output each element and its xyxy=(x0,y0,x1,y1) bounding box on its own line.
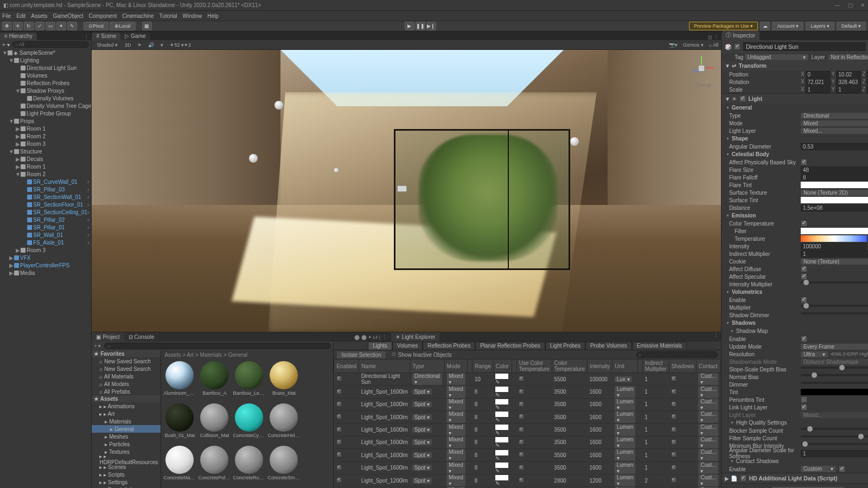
hierarchy-item[interactable]: SR_SectionCeiling_01› xyxy=(0,208,91,216)
table-header[interactable]: Indirect Multiplier xyxy=(642,359,669,373)
light-table-row[interactable]: Light_Spot_1600lmSpot ▾Mixed ▾8✎35001600… xyxy=(334,398,720,410)
hierarchy-item[interactable]: Reflection Probes xyxy=(0,79,91,87)
light-explorer-search[interactable] xyxy=(636,351,718,358)
light-table-row[interactable]: Directional Light SunDirectional ▾Mixed … xyxy=(334,373,720,386)
table-header[interactable]: Unit xyxy=(612,359,638,373)
table-header[interactable]: Range xyxy=(473,359,493,373)
folder-item[interactable]: ⌕ All Materials xyxy=(92,373,161,380)
fx-toggle-icon[interactable]: ▾ xyxy=(159,42,165,48)
show-inactive-toggle[interactable]: Show Inactive Objects xyxy=(391,351,452,358)
hierarchy-item[interactable]: ▶Room 1 xyxy=(0,163,91,170)
layout-dropdown[interactable]: Default ▾ xyxy=(837,22,866,30)
flare-size-field[interactable] xyxy=(801,166,868,174)
volumetrics-mult-slider[interactable] xyxy=(801,305,868,307)
hierarchy-item[interactable]: ▼Lighting xyxy=(0,56,91,64)
hierarchy-item[interactable]: Density Volume Tree Cage xyxy=(0,102,91,110)
scl-x[interactable] xyxy=(806,86,831,93)
hierarchy-item[interactable]: SR_Pillar_02› xyxy=(0,216,91,223)
general-section[interactable]: General xyxy=(722,104,868,112)
hierarchy-item[interactable]: ▼Structure xyxy=(0,147,91,155)
hierarchy-item[interactable]: ▼Props xyxy=(0,117,91,125)
filter-color[interactable] xyxy=(801,228,868,234)
play-button[interactable]: ▶ xyxy=(405,22,414,30)
cloud-icon[interactable]: ☁ xyxy=(760,22,770,30)
menu-help[interactable]: Help xyxy=(207,13,219,19)
contact-enable-checkbox[interactable] xyxy=(839,466,845,472)
affect-diffuse-checkbox[interactable] xyxy=(801,266,807,272)
panel-menu-icon[interactable]: ⋮ xyxy=(714,35,719,40)
step-button[interactable]: ▶❙ xyxy=(426,22,436,30)
light-explorer-tab-light-probes[interactable]: Light Probes xyxy=(545,342,585,350)
asset-thumbnail[interactable]: ConcreteSmooth_... xyxy=(267,446,300,486)
hierarchy-item[interactable]: ▶Media xyxy=(0,269,91,277)
asset-thumbnail[interactable]: ConcreteHeles_... xyxy=(267,403,300,444)
menu-window[interactable]: Window xyxy=(183,13,202,19)
light-explorer-tab-reflection-probes[interactable]: Reflection Probes xyxy=(423,342,475,350)
shadow-map-section[interactable]: Shadow Map xyxy=(722,327,868,335)
hierarchy-item[interactable]: ▶Room 3 xyxy=(0,246,91,254)
create-asset-dropdown[interactable]: + ▾ xyxy=(94,343,101,349)
asset-thumbnail[interactable]: ConcreteRough_... xyxy=(233,446,265,486)
light-table-row[interactable]: Light_Spot_1600lmSpot ▾Mixed ▾8✎35001600… xyxy=(334,423,720,436)
color-temp-checkbox[interactable] xyxy=(801,220,807,227)
angular-diameter-field[interactable] xyxy=(801,143,868,150)
layer-dropdown[interactable]: Not in Reflection▾ xyxy=(828,54,868,60)
table-header[interactable]: Intensity xyxy=(588,359,612,373)
light-table-row[interactable]: Light_Spot_1600lmSpot ▾Mixed ▾8✎35001600… xyxy=(334,436,720,448)
object-name-field[interactable] xyxy=(743,42,866,51)
link-layer-checkbox[interactable] xyxy=(801,404,807,410)
surface-tint-color[interactable] xyxy=(801,197,868,203)
pos-x[interactable] xyxy=(806,71,831,78)
slope-bias-slider[interactable] xyxy=(801,367,868,369)
folder-item[interactable]: ⌕ New Saved Search xyxy=(92,357,161,365)
hierarchy-item[interactable]: ▼◈ SampleScene* xyxy=(0,49,91,56)
shading-mode-dropdown[interactable]: Shaded ▾ xyxy=(94,42,120,48)
normal-bias-slider[interactable] xyxy=(801,374,868,376)
flare-falloff-field[interactable] xyxy=(801,174,868,181)
hierarchy-item[interactable]: ▶Decals xyxy=(0,155,91,163)
hierarchy-item[interactable]: ▶VFX xyxy=(0,254,91,261)
hierarchy-item[interactable]: SR_SectionFloor_01› xyxy=(0,201,91,208)
folder-item[interactable]: ▸ Particles xyxy=(92,440,161,448)
menu-tutorial[interactable]: Tutorial xyxy=(159,13,177,19)
folder-item[interactable]: ⌕ All Prefabs xyxy=(92,388,161,395)
folder-item[interactable]: ▸ ▸ Animations xyxy=(92,402,161,410)
light-table-row[interactable]: Light_Spot_1600lmSpot ▾Mixed ▾8✎35001600… xyxy=(334,386,720,398)
volumetrics-section[interactable]: Volumetrics xyxy=(722,288,868,296)
resolution-dropdown[interactable]: Ultra▾ xyxy=(801,351,828,357)
affect-specular-checkbox[interactable] xyxy=(801,273,807,280)
minimize-icon[interactable]: — xyxy=(835,2,840,8)
camera-icon[interactable]: 📷▾ xyxy=(669,42,678,48)
hierarchy-item[interactable]: Directional Light Sun xyxy=(0,64,91,72)
hierarchy-item[interactable]: SR_Pillar_03› xyxy=(0,185,91,193)
custom-tool[interactable]: ✎ xyxy=(67,22,77,30)
shadows-section[interactable]: Shadows xyxy=(722,319,868,327)
panel-menu-icon[interactable]: ⋮ xyxy=(84,35,89,40)
hierarchy-item[interactable]: SR_SectionWall_01› xyxy=(0,193,91,201)
hierarchy-item[interactable]: ▼Room 2 xyxy=(0,170,91,178)
inspector-tab[interactable]: ⓘ Inspector xyxy=(722,31,760,40)
light-explorer-tab[interactable]: ☀ Light Explorer xyxy=(391,332,440,342)
project-search[interactable] xyxy=(104,343,331,349)
scale-tool[interactable]: ⤢ xyxy=(35,22,44,30)
2d-toggle[interactable]: 2D xyxy=(123,42,133,48)
breadcrumb[interactable]: Assets > Art > Materials > General xyxy=(161,350,333,359)
folder-item[interactable]: ▸ ▸ Art xyxy=(92,410,161,418)
hand-tool[interactable]: ✥ xyxy=(2,22,12,30)
folder-item[interactable]: ▸ ▸ Settings xyxy=(92,478,161,486)
folder-header[interactable]: ★ Assets xyxy=(92,395,161,402)
indirect-mult-field[interactable] xyxy=(801,251,868,258)
game-tab[interactable]: ▷ Game xyxy=(120,33,150,40)
table-header[interactable]: Use Color Temperature xyxy=(516,359,552,373)
light-table-row[interactable]: Light_Spot_1600lmSpot ▾Mixed ▾8✎35001600… xyxy=(334,411,720,423)
scl-y[interactable] xyxy=(836,86,861,93)
hierarchy-item[interactable]: ▶Room 3 xyxy=(0,140,91,147)
folder-item[interactable]: ▸ General xyxy=(92,425,161,433)
folder-item[interactable]: ▸ ▸ TutorialInfo xyxy=(92,486,161,488)
light-table-row[interactable]: Light_Spot_1200lmSpot ▾Mixed ▾8✎28001200… xyxy=(334,474,720,486)
volumetrics-enable-checkbox[interactable] xyxy=(801,297,807,303)
transform-component-header[interactable]: ▼ ⇄ Transform⦿ ⋮ xyxy=(722,61,868,70)
pos-y[interactable] xyxy=(836,71,861,78)
folder-item[interactable]: ▸ Meshes xyxy=(92,433,161,440)
gizmos-dropdown[interactable]: Gizmos ▾ xyxy=(681,42,706,48)
